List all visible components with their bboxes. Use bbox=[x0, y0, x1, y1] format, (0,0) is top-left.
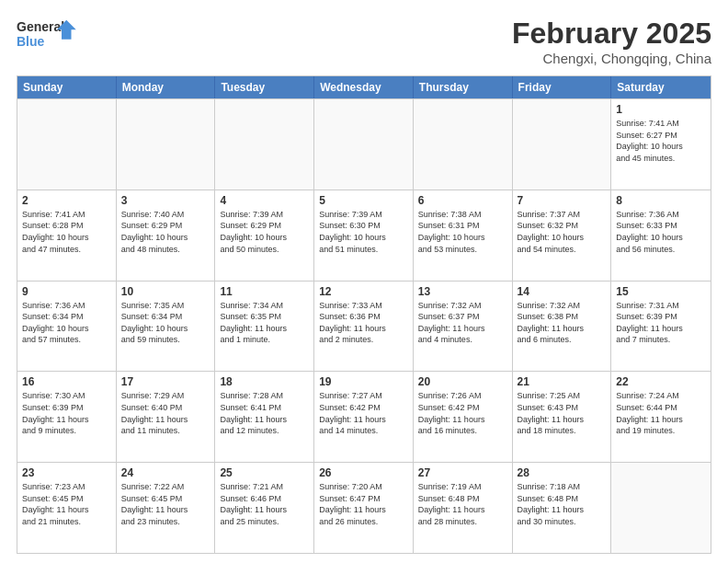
day-info: Sunrise: 7:39 AM Sunset: 6:29 PM Dayligh… bbox=[220, 209, 309, 255]
logo-icon: GeneralBlue bbox=[17, 17, 81, 53]
day-info: Sunrise: 7:18 AM Sunset: 6:48 PM Dayligh… bbox=[518, 481, 607, 527]
empty-cell bbox=[215, 99, 314, 190]
day-number: 25 bbox=[220, 466, 309, 479]
day-number: 5 bbox=[319, 194, 408, 207]
day-number: 11 bbox=[220, 285, 309, 298]
day-info: Sunrise: 7:32 AM Sunset: 6:37 PM Dayligh… bbox=[418, 300, 507, 346]
day-info: Sunrise: 7:31 AM Sunset: 6:39 PM Dayligh… bbox=[616, 300, 706, 346]
day-info: Sunrise: 7:30 AM Sunset: 6:39 PM Dayligh… bbox=[22, 390, 111, 436]
day-number: 16 bbox=[22, 375, 111, 388]
header-day: Wednesday bbox=[314, 76, 414, 98]
calendar-week: 23Sunrise: 7:23 AM Sunset: 6:45 PM Dayli… bbox=[17, 462, 711, 553]
day-cell: 10Sunrise: 7:35 AM Sunset: 6:34 PM Dayli… bbox=[117, 282, 216, 372]
day-cell: 7Sunrise: 7:37 AM Sunset: 6:32 PM Daylig… bbox=[513, 190, 612, 281]
day-cell: 19Sunrise: 7:27 AM Sunset: 6:42 PM Dayli… bbox=[314, 372, 414, 462]
day-cell: 22Sunrise: 7:24 AM Sunset: 6:44 PM Dayli… bbox=[611, 372, 711, 462]
day-number: 20 bbox=[418, 375, 507, 388]
day-number: 13 bbox=[418, 285, 507, 298]
day-info: Sunrise: 7:24 AM Sunset: 6:44 PM Dayligh… bbox=[616, 390, 706, 436]
day-number: 14 bbox=[518, 285, 607, 298]
day-cell: 12Sunrise: 7:33 AM Sunset: 6:36 PM Dayli… bbox=[314, 282, 414, 372]
empty-cell bbox=[17, 99, 117, 190]
day-info: Sunrise: 7:37 AM Sunset: 6:32 PM Dayligh… bbox=[518, 209, 607, 255]
calendar-week: 9Sunrise: 7:36 AM Sunset: 6:34 PM Daylig… bbox=[17, 281, 711, 372]
day-number: 24 bbox=[121, 466, 210, 479]
day-number: 17 bbox=[121, 375, 210, 388]
day-cell: 28Sunrise: 7:18 AM Sunset: 6:48 PM Dayli… bbox=[513, 463, 612, 553]
day-info: Sunrise: 7:41 AM Sunset: 6:28 PM Dayligh… bbox=[22, 209, 111, 255]
day-info: Sunrise: 7:20 AM Sunset: 6:47 PM Dayligh… bbox=[319, 481, 408, 527]
day-cell: 2Sunrise: 7:41 AM Sunset: 6:28 PM Daylig… bbox=[17, 190, 117, 281]
day-cell: 15Sunrise: 7:31 AM Sunset: 6:39 PM Dayli… bbox=[611, 282, 711, 372]
calendar-title: February 2025 bbox=[512, 17, 711, 51]
day-number: 12 bbox=[319, 285, 408, 298]
day-number: 15 bbox=[616, 285, 706, 298]
title-block: February 2025 Chengxi, Chongqing, China bbox=[512, 17, 711, 66]
day-number: 8 bbox=[616, 194, 706, 207]
calendar-subtitle: Chengxi, Chongqing, China bbox=[512, 51, 711, 66]
empty-cell bbox=[314, 99, 414, 190]
header-day: Sunday bbox=[17, 76, 117, 98]
day-cell: 18Sunrise: 7:28 AM Sunset: 6:41 PM Dayli… bbox=[215, 372, 314, 462]
day-info: Sunrise: 7:29 AM Sunset: 6:40 PM Dayligh… bbox=[121, 390, 210, 436]
day-cell: 21Sunrise: 7:25 AM Sunset: 6:43 PM Dayli… bbox=[513, 372, 612, 462]
day-info: Sunrise: 7:32 AM Sunset: 6:38 PM Dayligh… bbox=[518, 300, 607, 346]
day-info: Sunrise: 7:40 AM Sunset: 6:29 PM Dayligh… bbox=[121, 209, 210, 255]
empty-cell bbox=[117, 99, 216, 190]
day-info: Sunrise: 7:34 AM Sunset: 6:35 PM Dayligh… bbox=[220, 300, 309, 346]
day-cell: 5Sunrise: 7:39 AM Sunset: 6:30 PM Daylig… bbox=[314, 190, 414, 281]
empty-cell bbox=[611, 463, 711, 553]
calendar-week: 1Sunrise: 7:41 AM Sunset: 6:27 PM Daylig… bbox=[17, 98, 711, 190]
day-number: 10 bbox=[121, 285, 210, 298]
logo: GeneralBlue bbox=[17, 17, 81, 53]
svg-text:General: General bbox=[17, 19, 64, 34]
day-info: Sunrise: 7:36 AM Sunset: 6:34 PM Dayligh… bbox=[22, 300, 111, 346]
day-number: 9 bbox=[22, 285, 111, 298]
day-number: 7 bbox=[518, 194, 607, 207]
day-cell: 16Sunrise: 7:30 AM Sunset: 6:39 PM Dayli… bbox=[17, 372, 117, 462]
day-cell: 13Sunrise: 7:32 AM Sunset: 6:37 PM Dayli… bbox=[414, 282, 513, 372]
day-number: 19 bbox=[319, 375, 408, 388]
day-number: 4 bbox=[220, 194, 309, 207]
day-info: Sunrise: 7:26 AM Sunset: 6:42 PM Dayligh… bbox=[418, 390, 507, 436]
day-number: 28 bbox=[518, 466, 607, 479]
header-day: Friday bbox=[513, 76, 612, 98]
calendar: SundayMondayTuesdayWednesdayThursdayFrid… bbox=[17, 75, 711, 554]
day-info: Sunrise: 7:23 AM Sunset: 6:45 PM Dayligh… bbox=[22, 481, 111, 527]
page: GeneralBlue February 2025 Chengxi, Chong… bbox=[0, 0, 728, 563]
day-info: Sunrise: 7:41 AM Sunset: 6:27 PM Dayligh… bbox=[616, 118, 706, 164]
day-cell: 27Sunrise: 7:19 AM Sunset: 6:48 PM Dayli… bbox=[414, 463, 513, 553]
day-info: Sunrise: 7:36 AM Sunset: 6:33 PM Dayligh… bbox=[616, 209, 706, 255]
header: GeneralBlue February 2025 Chengxi, Chong… bbox=[17, 17, 711, 66]
day-cell: 1Sunrise: 7:41 AM Sunset: 6:27 PM Daylig… bbox=[611, 99, 711, 190]
day-cell: 25Sunrise: 7:21 AM Sunset: 6:46 PM Dayli… bbox=[215, 463, 314, 553]
header-day: Thursday bbox=[414, 76, 513, 98]
day-info: Sunrise: 7:19 AM Sunset: 6:48 PM Dayligh… bbox=[418, 481, 507, 527]
calendar-body: 1Sunrise: 7:41 AM Sunset: 6:27 PM Daylig… bbox=[17, 98, 711, 553]
day-info: Sunrise: 7:35 AM Sunset: 6:34 PM Dayligh… bbox=[121, 300, 210, 346]
calendar-week: 16Sunrise: 7:30 AM Sunset: 6:39 PM Dayli… bbox=[17, 371, 711, 462]
day-cell: 6Sunrise: 7:38 AM Sunset: 6:31 PM Daylig… bbox=[414, 190, 513, 281]
day-number: 22 bbox=[616, 375, 706, 388]
day-cell: 23Sunrise: 7:23 AM Sunset: 6:45 PM Dayli… bbox=[17, 463, 117, 553]
svg-text:Blue: Blue bbox=[17, 34, 45, 49]
day-cell: 4Sunrise: 7:39 AM Sunset: 6:29 PM Daylig… bbox=[215, 190, 314, 281]
day-info: Sunrise: 7:38 AM Sunset: 6:31 PM Dayligh… bbox=[418, 209, 507, 255]
day-number: 1 bbox=[616, 103, 706, 116]
day-cell: 17Sunrise: 7:29 AM Sunset: 6:40 PM Dayli… bbox=[117, 372, 216, 462]
day-info: Sunrise: 7:28 AM Sunset: 6:41 PM Dayligh… bbox=[220, 390, 309, 436]
day-info: Sunrise: 7:39 AM Sunset: 6:30 PM Dayligh… bbox=[319, 209, 408, 255]
day-number: 23 bbox=[22, 466, 111, 479]
day-cell: 9Sunrise: 7:36 AM Sunset: 6:34 PM Daylig… bbox=[17, 282, 117, 372]
day-cell: 8Sunrise: 7:36 AM Sunset: 6:33 PM Daylig… bbox=[611, 190, 711, 281]
day-number: 2 bbox=[22, 194, 111, 207]
day-cell: 24Sunrise: 7:22 AM Sunset: 6:45 PM Dayli… bbox=[117, 463, 216, 553]
day-number: 6 bbox=[418, 194, 507, 207]
day-number: 3 bbox=[121, 194, 210, 207]
day-cell: 3Sunrise: 7:40 AM Sunset: 6:29 PM Daylig… bbox=[117, 190, 216, 281]
day-info: Sunrise: 7:21 AM Sunset: 6:46 PM Dayligh… bbox=[220, 481, 309, 527]
day-number: 21 bbox=[518, 375, 607, 388]
day-info: Sunrise: 7:22 AM Sunset: 6:45 PM Dayligh… bbox=[121, 481, 210, 527]
header-day: Tuesday bbox=[215, 76, 314, 98]
day-cell: 26Sunrise: 7:20 AM Sunset: 6:47 PM Dayli… bbox=[314, 463, 414, 553]
